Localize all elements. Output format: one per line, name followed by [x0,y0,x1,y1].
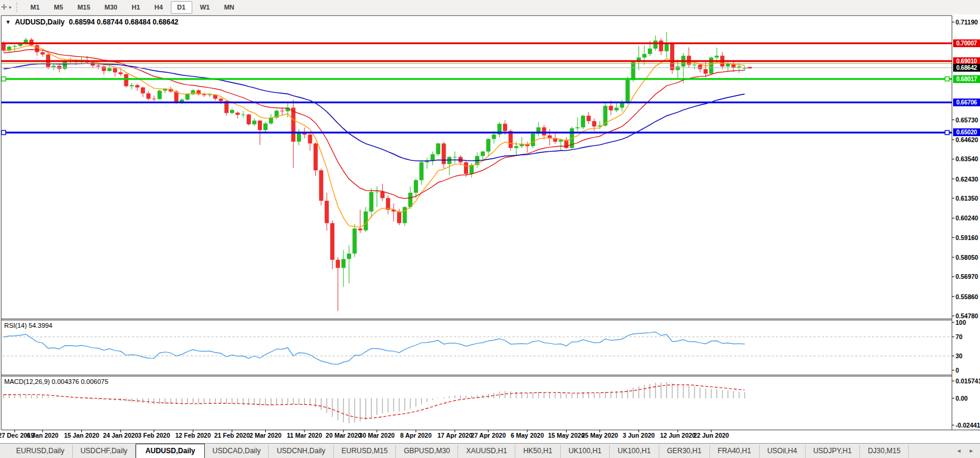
date-axis-label: 21 Feb 2020 [214,432,250,439]
chart-tab-5[interactable]: EURUSD,M15 [334,445,396,458]
current-price-badge: 0.68642 [953,64,980,72]
date-axis-label: 17 Apr 2020 [437,432,472,439]
date-axis-label: 27 Apr 2020 [471,432,506,439]
line-drag-handle[interactable] [2,77,6,81]
date-axis-label: 11 Mar 2020 [287,432,322,439]
chart-tab-12[interactable]: FRA40,H1 [710,445,760,458]
price-axis-label: 0.64620 [956,136,978,143]
chart-tab-1[interactable]: USDCHF,Daily [73,445,136,458]
chart-ohlc-values: 0.68594 0.68744 0.68484 0.68642 [69,18,179,26]
price-axis-label: 0.71190 [956,19,978,26]
candles [2,32,747,311]
date-axis-label: 8 Apr 2020 [400,432,432,439]
chart-tab-0[interactable]: EURUSD,Daily [8,445,73,458]
date-axis-label: 24 Jan 2020 [103,432,138,439]
price-axis-label: 0.60240 [956,214,978,222]
rsi-value: 54.3994 [29,322,53,329]
chart-title-row: ▼ AUDUSD,Daily 0.68594 0.68744 0.68484 0… [5,18,179,26]
price-axis-label: 0.55860 [956,293,978,300]
date-axis-label: 6 May 2020 [511,432,543,439]
date-axis-label: 3 Feb 2020 [138,432,170,439]
macd-pane-label: MACD(12,26,9) 0.004376 0.006075 [4,378,108,385]
date-axis-label: 12 Jun 2020 [660,432,696,439]
rsi-pane [2,332,952,364]
chart-tab-11[interactable]: GER30,H1 [659,445,710,458]
price-line-badge: 0.70007 [953,39,980,47]
terminal-window: ✛ ▾ M1M5M15M30H1H4D1W1MN ▼ AUDUSD,Daily … [0,0,980,458]
date-axis-label: 6 Jan 2020 [27,432,59,439]
macd-values: 0.004376 0.006075 [51,378,108,385]
price-line-badge: 0.66706 [953,99,980,106]
scroll-left-icon[interactable]: ◄ [956,448,961,454]
price-axis-label: 0.61350 [956,195,978,202]
chart-tab-14[interactable]: USDJPY,H1 [806,445,860,458]
date-axis-label: 12 Feb 2020 [175,432,211,439]
chart-tab-7[interactable]: XAUUSD,H1 [458,445,515,458]
date-axis-label: 30 Mar 2020 [359,432,395,439]
date-axis-label: 15 Jan 2020 [64,432,99,439]
date-axis-label: 15 May 2020 [548,432,585,439]
chart-tab-15[interactable]: DJ30,M15 [860,445,909,458]
rsi-axis-label: 100 [956,319,966,326]
macd-name: MACD(12,26,9) [4,378,50,385]
price-axis-label: 0.63540 [956,155,978,162]
date-axis-label: 3 Jun 2020 [623,432,655,439]
macd-axis-label: 0.00 [956,395,967,402]
chart-tab-13[interactable]: USOil,H4 [760,445,806,458]
line-drag-handle[interactable] [945,77,950,81]
line-drag-handle[interactable] [945,130,950,134]
rsi-pane-label: RSI(14) 54.3994 [4,322,53,329]
pane-borders [1,16,980,430]
chart-tab-6[interactable]: GBPUSD,M30 [396,445,458,458]
price-axis-label: 0.62430 [956,176,978,183]
price-axis-label: 0.65730 [956,116,978,124]
price-axis-label: 0.59160 [956,234,978,241]
price-line-badge: 0.68017 [953,75,980,83]
macd-axis-label: 0.015741 [956,377,980,385]
rsi-axis-label: 0 [956,367,959,374]
chart-tab-2[interactable]: AUDUSD,Daily [136,444,204,458]
rsi-name: RSI(14) [4,322,27,329]
date-axis-label: 20 Mar 2020 [325,432,361,439]
collapse-triangle-icon[interactable]: ▼ [5,19,11,25]
chart-tab-8[interactable]: HK50,H1 [515,445,561,458]
date-axis-label: 25 May 2020 [582,432,618,439]
price-axis-label: 0.56970 [956,273,978,280]
macd-axis-label: -0.024412 [956,422,980,429]
rsi-axis-label: 30 [956,352,963,359]
price-line-badge: 0.65020 [953,128,980,136]
rsi-axis-label: 70 [956,333,963,340]
price-chart[interactable] [0,0,980,443]
tab-scroll-arrows: ◄ ► [956,448,974,454]
axis-ticks [15,22,954,432]
chart-tab-10[interactable]: UK100,H1 [610,445,659,458]
date-axis-label: 2 Mar 2020 [250,432,282,439]
chart-tab-3[interactable]: USDCAD,Daily [205,445,269,458]
scroll-right-icon[interactable]: ► [969,448,974,454]
chart-tab-9[interactable]: UK100,H1 [561,445,610,458]
rsi-line [4,332,745,364]
macd-pane [4,382,745,423]
chart-tab-4[interactable]: USDCNH,Daily [269,445,333,458]
line-drag-handle[interactable] [2,130,6,134]
price-axis-label: 0.58050 [956,254,978,261]
chart-tabs: EURUSD,DailyUSDCHF,DailyAUDUSD,DailyUSDC… [8,443,909,458]
date-axis-label: 22 Jun 2020 [693,432,729,439]
chart-tab-bar: EURUSD,DailyUSDCHF,DailyAUDUSD,DailyUSDC… [0,443,980,458]
chart-symbol-title: AUDUSD,Daily [15,18,64,26]
